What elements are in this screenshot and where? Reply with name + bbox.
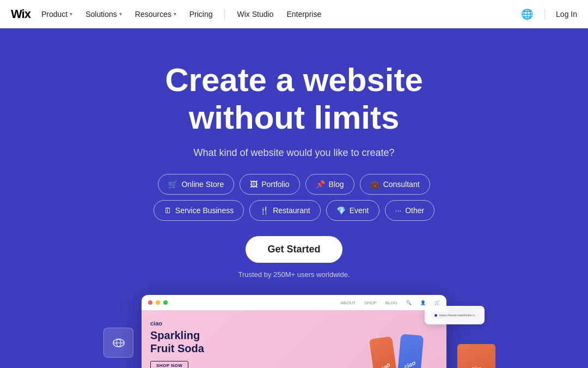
nav-item-enterprise[interactable]: Enterprise [281, 7, 327, 22]
can-blue: ciao [396, 334, 424, 368]
url-indicator [434, 314, 437, 317]
service-icon: 🗓 [164, 206, 171, 215]
can-label-blue: ciao [403, 359, 416, 368]
other-icon: ··· [395, 206, 402, 215]
nav-divider [224, 9, 225, 20]
hero-title: Create a website without limits [125, 61, 463, 136]
type-btn-consultant[interactable]: 💼 Consultant [360, 174, 430, 195]
type-btn-blog[interactable]: 📌 Blog [305, 174, 354, 195]
preview-left-float [103, 328, 133, 358]
navbar: Wix Product ▾ Solutions ▾ Resources ▾ Pr… [0, 0, 588, 28]
nav-item-product[interactable]: Product ▾ [36, 7, 78, 22]
type-btn-online-store[interactable]: 🛒 Online Store [158, 174, 234, 195]
store-icon: 🛒 [168, 180, 177, 189]
dot-red [148, 300, 152, 305]
nav-item-resources[interactable]: Resources ▾ [130, 7, 182, 22]
preview-content: ciao SparklingFruit Soda SHOP NOW ciao c… [142, 310, 446, 368]
nav-item-wix-studio[interactable]: Wix Studio [231, 7, 279, 22]
consultant-icon: 💼 [370, 180, 379, 189]
nav-item-pricing[interactable]: Pricing [184, 7, 218, 22]
nav-divider-2 [544, 9, 545, 20]
trusted-text: Trusted by 250M+ users worldwide. [238, 270, 350, 279]
website-types-row-1: 🛒 Online Store 🖼 Portfolio 📌 Blog 💼 Cons… [158, 174, 430, 195]
nav-right: 🌐 Log In [520, 8, 577, 21]
event-icon: 💎 [336, 206, 346, 215]
hero-subtitle: What kind of website would you like to c… [193, 147, 394, 159]
type-btn-service-business[interactable]: 🗓 Service Business [154, 200, 244, 221]
preview-right-can: ciao [457, 344, 495, 368]
chevron-down-icon: ▾ [119, 11, 122, 17]
portfolio-icon: 🖼 [250, 180, 258, 189]
hero-section: Create a website without limits What kin… [0, 28, 588, 368]
chevron-down-icon: ▾ [70, 11, 72, 17]
preview-container: ABOUT SHOP BLOG 🔍 👤 🛒 ciao SparklingFrui… [136, 295, 452, 368]
can-orange: ciao [369, 336, 400, 368]
blog-icon: 📌 [316, 180, 325, 189]
type-btn-event[interactable]: 💎 Event [326, 200, 379, 221]
preview-nav: ABOUT SHOP BLOG 🔍 👤 🛒 [341, 300, 440, 305]
type-btn-restaurant[interactable]: 🍴 Restaurant [249, 200, 320, 221]
login-button[interactable]: Log In [556, 10, 577, 19]
website-types-row-2: 🗓 Service Business 🍴 Restaurant 💎 Event … [154, 200, 434, 221]
globe-icon[interactable]: 🌐 [520, 8, 534, 21]
restaurant-icon: 🍴 [260, 206, 269, 215]
get-started-button[interactable]: Get Started [246, 236, 342, 263]
logo[interactable]: Wix [11, 7, 30, 21]
preview-url: https://www.ciaodrinks.com [431, 311, 478, 319]
preview-url-panel: https://www.ciaodrinks.com [425, 306, 485, 324]
website-types: 🛒 Online Store 🖼 Portfolio 📌 Blog 💼 Cons… [154, 174, 434, 221]
can-label-orange: ciao [378, 361, 391, 368]
type-btn-other[interactable]: ··· Other [385, 200, 435, 221]
type-btn-portfolio[interactable]: 🖼 Portfolio [240, 174, 299, 195]
preview-topbar: ABOUT SHOP BLOG 🔍 👤 🛒 [142, 295, 446, 310]
nav-items: Product ▾ Solutions ▾ Resources ▾ Pricin… [36, 7, 520, 22]
nav-item-solutions[interactable]: Solutions ▾ [80, 7, 127, 22]
chevron-down-icon: ▾ [174, 11, 176, 17]
preview-shop-button[interactable]: SHOP NOW [150, 361, 188, 368]
dot-green [163, 300, 168, 305]
dot-yellow [156, 300, 160, 305]
preview-window: ABOUT SHOP BLOG 🔍 👤 🛒 ciao SparklingFrui… [142, 295, 446, 368]
